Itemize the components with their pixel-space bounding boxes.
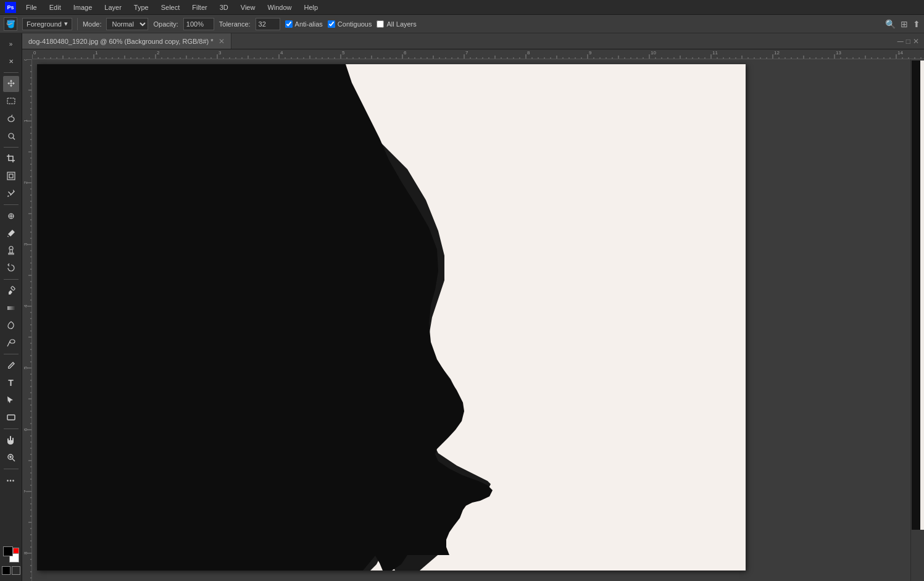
share-icon[interactable]: ⬆ [913, 19, 920, 29]
left-toolbar: » ✕ [0, 33, 22, 581]
svg-line-17 [12, 459, 15, 461]
vertical-ruler-canvas [22, 59, 32, 581]
menu-image[interactable]: Image [71, 2, 95, 12]
eraser-tool[interactable] [3, 283, 19, 299]
doc-close-btn[interactable]: ✕ [913, 37, 919, 46]
doc-maximize-btn[interactable]: □ [906, 37, 910, 46]
toolbar-divider-6 [4, 428, 19, 429]
image-canvas[interactable] [37, 64, 746, 571]
foreground-label: Foreground [27, 20, 62, 28]
anti-alias-label: Anti-alias [295, 20, 323, 28]
canvas-area: dog-4180480_1920.jpg @ 60% (Background c… [22, 33, 924, 581]
active-tool-icon: 🪣 [4, 17, 17, 31]
document-tab-bar: dog-4180480_1920.jpg @ 60% (Background c… [22, 33, 924, 49]
foreground-chevron: ▾ [64, 20, 68, 28]
move-tool[interactable] [3, 76, 19, 92]
separator-1 [77, 18, 78, 30]
all-layers-label: All Layers [386, 20, 416, 28]
all-layers-group: All Layers [377, 20, 416, 28]
clone-stamp-tool[interactable] [3, 243, 19, 259]
svg-rect-6 [9, 174, 13, 178]
ps-logo: Ps [5, 2, 16, 13]
foreground-dropdown[interactable]: Foreground ▾ [22, 18, 72, 30]
color-swatches [2, 546, 20, 581]
burn-dodge-tool[interactable] [3, 335, 19, 351]
svg-point-3 [9, 133, 14, 138]
document-tab[interactable]: dog-4180480_1920.jpg @ 60% (Background c… [22, 33, 231, 49]
menu-window[interactable]: Window [265, 2, 294, 12]
right-icons: 🔍 ⊞ ⬆ [885, 19, 920, 29]
pen-tool[interactable] [3, 357, 19, 374]
frame-tool[interactable] [3, 168, 19, 184]
toolbar-divider-5 [4, 354, 19, 354]
opacity-input[interactable] [183, 18, 214, 30]
toolbar-divider-4 [4, 279, 19, 280]
menu-type[interactable]: Type [131, 2, 151, 12]
right-mini-panel [910, 59, 924, 581]
doc-minimize-btn[interactable]: ─ [897, 36, 904, 46]
svg-line-4 [13, 138, 15, 140]
tolerance-label: Tolerance: [219, 20, 251, 28]
eyedropper-tool[interactable] [3, 185, 19, 201]
opacity-label: Opacity: [153, 20, 178, 28]
healing-brush-tool[interactable] [3, 208, 19, 224]
quick-mask-icon[interactable] [13, 548, 19, 554]
menu-layer[interactable]: Layer [102, 2, 124, 12]
screen-mode-icon [2, 566, 10, 575]
ruler-corner [22, 49, 32, 59]
search-icon[interactable]: 🔍 [885, 19, 896, 29]
toolbar-expand[interactable]: » [3, 36, 19, 52]
menu-help[interactable]: Help [302, 2, 321, 12]
rectangle-shape-tool[interactable] [3, 409, 19, 425]
svg-line-2 [11, 115, 12, 117]
menu-bar: Ps File Edit Image Layer Type Select Fil… [0, 0, 924, 15]
toolbar-divider-3 [4, 204, 19, 205]
document-tab-title: dog-4180480_1920.jpg @ 60% (Background c… [28, 38, 214, 45]
menu-edit[interactable]: Edit [47, 2, 64, 12]
zoom-tool[interactable] [3, 449, 19, 466]
svg-point-13 [10, 340, 15, 343]
thumbnail-preview [912, 61, 924, 530]
toolbar-divider-1 [4, 72, 19, 73]
vertical-ruler [22, 59, 32, 581]
brush-tool[interactable] [3, 225, 19, 241]
type-tool[interactable]: T [3, 375, 19, 391]
all-layers-checkbox[interactable] [377, 20, 384, 28]
hand-tool[interactable] [3, 432, 19, 448]
svg-rect-10 [10, 249, 12, 253]
document-close-btn[interactable]: ✕ [219, 37, 225, 46]
more-tools-btn[interactable]: ••• [3, 472, 19, 488]
marquee-rect-tool[interactable] [3, 93, 19, 109]
crop-tool[interactable] [3, 151, 19, 167]
canvas-container[interactable] [32, 59, 924, 581]
quick-select-tool[interactable] [3, 128, 19, 144]
contiguous-checkbox[interactable] [328, 20, 335, 28]
main-layout: » ✕ [0, 33, 924, 581]
history-brush-tool[interactable] [3, 260, 19, 276]
arrange-icon[interactable]: ⊞ [901, 19, 908, 29]
path-select-tool[interactable] [3, 392, 19, 408]
foreground-color-swatch[interactable] [3, 546, 13, 556]
foreground-background-swatches[interactable] [3, 546, 19, 562]
anti-alias-checkbox[interactable] [285, 20, 293, 28]
svg-line-14 [7, 341, 10, 346]
horizontal-ruler [32, 49, 924, 59]
canvas-viewport[interactable] [22, 49, 924, 581]
tolerance-input[interactable] [256, 18, 280, 30]
menu-select[interactable]: Select [159, 2, 183, 12]
menu-view[interactable]: View [238, 2, 258, 12]
toolbar-close[interactable]: ✕ [3, 53, 19, 69]
svg-rect-15 [7, 415, 15, 420]
contiguous-label: Contiguous [338, 20, 372, 28]
menu-filter[interactable]: Filter [189, 2, 209, 12]
mode-select[interactable]: Normal Multiply Screen [106, 18, 148, 30]
gradient-tool[interactable] [3, 300, 19, 316]
svg-point-1 [8, 117, 14, 122]
thumbnail-strip [912, 61, 924, 530]
lasso-tool[interactable] [3, 111, 19, 127]
anti-alias-group: Anti-alias [285, 20, 323, 28]
menu-3d[interactable]: 3D [217, 2, 231, 12]
menu-file[interactable]: File [23, 2, 40, 12]
blur-tool[interactable] [3, 317, 19, 333]
quick-mask-mode[interactable] [12, 566, 20, 575]
